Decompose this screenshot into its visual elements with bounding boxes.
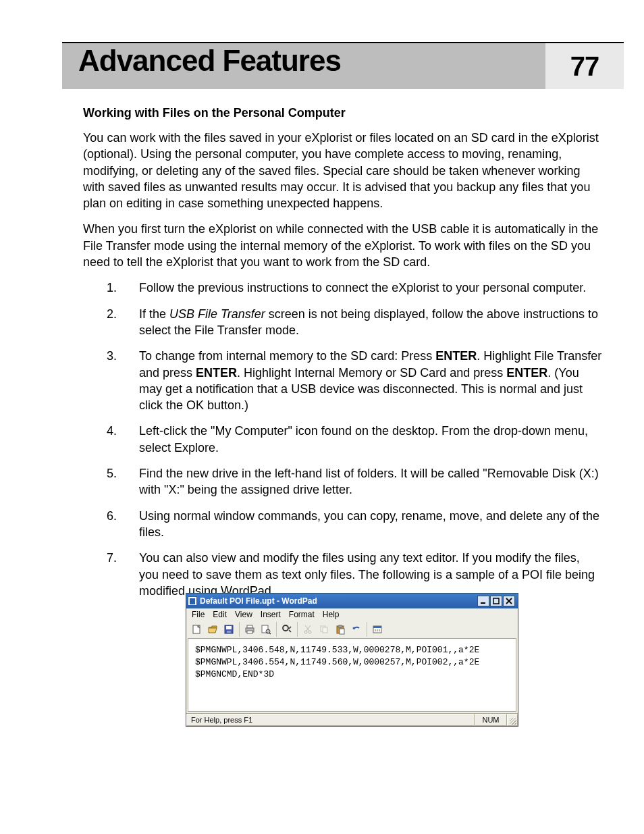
menu-file[interactable]: File xyxy=(192,610,205,619)
step-5: Find the new drive in the left-hand list… xyxy=(107,465,602,498)
step-7: You can also view and modify the files u… xyxy=(107,550,602,599)
svg-rect-10 xyxy=(247,631,252,633)
paragraph-1: You can work with the files saved in you… xyxy=(83,130,602,211)
enter-key: ENTER xyxy=(435,349,477,363)
step-1: Follow the previous instructions to conn… xyxy=(107,280,602,296)
svg-rect-8 xyxy=(247,625,252,628)
save-button[interactable] xyxy=(221,622,237,637)
resize-grip[interactable] xyxy=(507,714,518,726)
close-button[interactable] xyxy=(503,596,515,606)
copy-button[interactable] xyxy=(316,622,332,637)
svg-point-20 xyxy=(308,631,311,633)
undo-button[interactable] xyxy=(348,622,365,637)
print-button[interactable] xyxy=(242,622,258,637)
maximize-button[interactable] xyxy=(490,596,502,606)
status-help: For Help, press F1 xyxy=(186,714,475,726)
minimize-button[interactable] xyxy=(477,596,489,606)
sd-card-label: SD Card xyxy=(400,366,446,380)
usb-file-transfer-label: USB File Transfer xyxy=(169,307,265,321)
menu-view[interactable]: View xyxy=(235,610,252,619)
text: and press xyxy=(446,366,506,380)
file-transfer-label: File Transfer xyxy=(194,323,262,337)
wordpad-app-icon xyxy=(188,596,197,606)
svg-rect-25 xyxy=(340,629,344,634)
cut-button[interactable] xyxy=(300,622,316,637)
svg-rect-27 xyxy=(373,626,381,628)
svg-line-15 xyxy=(289,627,291,629)
step-3: To change from internal memory to the SD… xyxy=(107,348,602,413)
svg-rect-11 xyxy=(262,625,268,633)
steps-list: Follow the previous instructions to conn… xyxy=(107,280,602,599)
datetime-button[interactable] xyxy=(369,622,385,637)
menu-help[interactable]: Help xyxy=(323,610,340,619)
svg-rect-1 xyxy=(493,598,499,604)
file-line-2: $PMGNWPL,3406.554,N,11749.560,W,0000257,… xyxy=(195,657,479,667)
section-heading: Working with Files on the Personal Compu… xyxy=(83,106,602,120)
text: If the xyxy=(139,307,169,321)
toolbar xyxy=(186,621,518,638)
svg-point-14 xyxy=(283,625,288,631)
page-title: Advanced Features xyxy=(78,46,341,76)
text: or xyxy=(382,366,400,380)
window-title: Default POI File.upt - WordPad xyxy=(200,596,317,606)
editor-textarea[interactable]: $PMGNWPL,3406.548,N,11749.533,W,0000278,… xyxy=(188,638,516,712)
new-button[interactable] xyxy=(188,622,205,637)
paste-button[interactable] xyxy=(332,622,348,637)
svg-rect-6 xyxy=(226,626,232,629)
svg-point-19 xyxy=(304,631,307,633)
text: mode. xyxy=(262,323,299,337)
file-transfer-label: File Transfer xyxy=(534,349,601,363)
menu-edit[interactable]: Edit xyxy=(213,610,227,619)
page-number: 77 xyxy=(570,51,599,82)
text: . Highlight xyxy=(477,349,534,363)
paragraph-2: When you first turn the eXplorist on whi… xyxy=(83,221,602,270)
wordpad-window: Default POI File.upt - WordPad File Edit… xyxy=(186,593,518,727)
svg-rect-24 xyxy=(338,625,342,627)
step-2: If the USB File Transfer screen is not b… xyxy=(107,306,602,339)
titlebar[interactable]: Default POI File.upt - WordPad xyxy=(186,594,518,608)
text: and press xyxy=(139,366,196,380)
print-preview-button[interactable] xyxy=(258,622,274,637)
svg-line-16 xyxy=(289,630,291,632)
svg-rect-7 xyxy=(227,631,231,633)
page-number-box: 77 xyxy=(545,43,624,89)
file-line-1: $PMGNWPL,3406.548,N,11749.533,W,0000278,… xyxy=(195,645,479,655)
step-6: Using normal window commands, you can co… xyxy=(107,508,602,541)
enter-key: ENTER xyxy=(196,366,237,380)
file-line-3: $PMGNCMD,END*3D xyxy=(195,669,274,679)
menubar: File Edit View Insert Format Help xyxy=(186,608,518,621)
statusbar: For Help, press F1 NUM xyxy=(186,713,518,726)
menu-format[interactable]: Format xyxy=(289,610,315,619)
content-area: Working with Files on the Personal Compu… xyxy=(83,106,602,608)
svg-rect-22 xyxy=(323,627,327,633)
open-button[interactable] xyxy=(205,622,221,637)
enter-key: ENTER xyxy=(506,366,547,380)
text: To change from internal memory to the SD… xyxy=(139,349,435,363)
find-button[interactable] xyxy=(279,622,295,637)
internal-memory-label: Internal Memory xyxy=(294,366,382,380)
svg-line-13 xyxy=(269,633,271,634)
step-4: Left-click the "My Computer" icon found … xyxy=(107,423,602,456)
menu-insert[interactable]: Insert xyxy=(261,610,281,619)
text: . Highlight xyxy=(237,366,294,380)
status-num: NUM xyxy=(475,714,507,726)
